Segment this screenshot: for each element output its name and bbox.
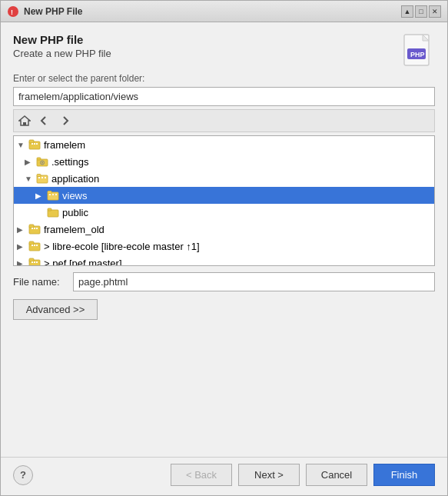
svg-rect-12 [34,143,35,145]
tree-label-framelem-old: framelem_old [44,224,105,235]
svg-rect-34 [36,228,38,229]
cancel-button[interactable]: Cancel [306,464,367,486]
tree-label-pef: > pef [pef master] [44,258,122,267]
svg-rect-19 [37,175,41,177]
svg-point-17 [41,162,43,164]
next-button[interactable]: Next > [238,464,300,486]
spacer [13,320,435,449]
tree-item-framelem-old[interactable]: ▶ framelem_old [14,221,434,238]
toggle-libre-ecole[interactable]: ▶ [17,242,28,251]
dialog-icon: ! [7,5,19,18]
dialog-title: New PHP file [13,33,435,46]
svg-rect-39 [36,245,38,246]
toggle-settings[interactable]: ▶ [25,158,35,166]
svg-rect-31 [29,225,34,228]
folder-input[interactable] [13,87,435,106]
footer-buttons: < Back Next > Cancel Finish [171,464,435,486]
svg-rect-42 [32,261,33,263]
dialog-content: New PHP file Create a new PHP file PHP E… [1,22,447,457]
svg-rect-33 [34,228,35,229]
minimize-button[interactable]: ▲ [401,5,413,18]
filename-row: File name: [13,272,435,291]
forward-button[interactable] [55,112,74,129]
php-file-icon: PHP [403,33,435,74]
svg-rect-32 [32,228,33,229]
title-bar-controls: ▲ □ ✕ [401,5,441,18]
folder-icon-public [46,206,60,218]
svg-rect-15 [37,158,41,160]
new-php-file-dialog: ! New PHP File ▲ □ ✕ New PHP file Create… [0,0,448,496]
svg-rect-38 [34,245,35,246]
svg-rect-44 [36,261,38,263]
svg-rect-13 [36,143,38,145]
filename-input[interactable] [73,272,435,291]
svg-rect-43 [34,261,35,263]
toggle-views[interactable]: ▶ [35,191,46,200]
maximize-button[interactable]: □ [415,5,427,18]
project-icon-libre-ecole [28,240,41,252]
finish-button[interactable]: Finish [373,464,435,486]
tree-label-public: public [62,207,88,218]
folder-icon-settings [35,155,49,168]
filename-label: File name: [13,276,68,288]
header-section: New PHP file Create a new PHP file PHP [13,33,435,68]
svg-text:PHP: PHP [410,51,425,58]
help-button[interactable]: ? [13,465,33,485]
folder-label: Enter or select the parent folder: [13,73,435,84]
tree-item-application[interactable]: ▼ application [14,170,434,187]
toggle-application[interactable]: ▼ [25,175,35,183]
folder-icon-views [46,189,60,201]
home-button[interactable] [15,112,34,129]
tree-label-application: application [51,173,99,185]
dialog-header: New PHP file Create a new PHP file [13,33,435,59]
toggle-framelem-old[interactable]: ▶ [17,225,28,234]
tree-item-libre-ecole[interactable]: ▶ > libre-ecole [libre-ecole master ↑1] [14,238,434,255]
svg-rect-27 [55,194,57,195]
svg-rect-11 [32,143,33,145]
folder-tree[interactable]: ▼ framelem ▶ [13,135,435,266]
project-icon-pef [28,257,41,266]
svg-rect-8 [23,122,26,125]
title-bar-text: New PHP File [24,6,397,17]
tree-item-pef[interactable]: ▶ > pef [pef master] [14,255,434,266]
dialog-footer: ? < Back Next > Cancel Finish [1,457,447,495]
svg-rect-36 [29,241,34,245]
tree-item-public[interactable]: public [14,204,434,221]
advanced-button[interactable]: Advanced >> [13,299,98,320]
close-button[interactable]: ✕ [429,5,441,18]
navigation-toolbar [13,109,435,132]
svg-rect-24 [48,191,51,194]
svg-rect-21 [41,177,43,178]
svg-rect-22 [45,177,46,178]
footer-left: ? [13,465,33,485]
folder-icon-application [35,172,49,185]
dialog-subtitle: Create a new PHP file [13,48,435,59]
project-icon-framelem [28,138,41,151]
tree-item-framelem[interactable]: ▼ framelem [14,136,434,153]
svg-point-0 [8,6,18,17]
svg-text:!: ! [11,8,13,16]
svg-rect-20 [38,177,40,178]
title-bar: ! New PHP File ▲ □ ✕ [1,1,447,22]
project-icon-framelem-old [28,223,41,235]
tree-item-settings[interactable]: ▶ .settings [14,153,434,170]
toggle-pef[interactable]: ▶ [17,259,28,267]
tree-label-views: views [62,190,88,201]
svg-rect-41 [29,258,34,261]
svg-rect-25 [49,194,51,195]
toggle-framelem[interactable]: ▼ [17,141,28,149]
svg-rect-10 [29,140,34,143]
tree-item-views[interactable]: ▶ views [14,187,434,204]
svg-rect-29 [48,208,51,211]
back-button[interactable] [35,112,54,129]
tree-label-libre-ecole: > libre-ecole [libre-ecole master ↑1] [44,241,200,252]
tree-label-settings: .settings [51,156,88,168]
tree-label-framelem: framelem [44,139,85,151]
svg-rect-26 [52,194,54,195]
back-button[interactable]: < Back [171,464,232,486]
svg-rect-37 [32,245,33,246]
